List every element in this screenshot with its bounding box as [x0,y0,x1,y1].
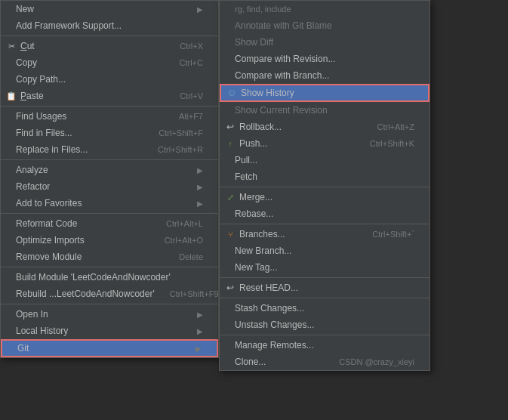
menu-item-remove-module[interactable]: Remove Module Delete [1,249,218,265]
menu-item-open-in[interactable]: Open In ▶ [1,306,218,323]
separator-6 [1,304,218,304]
merge-icon: ⤢ [224,193,236,202]
branch-icon: ⑂ [224,230,236,239]
menu-item-new[interactable]: New ▶ [1,1,218,17]
submenu-item-show-history[interactable]: ⊙ Show History [220,84,429,102]
menu-item-rebuild[interactable]: Rebuild ...LeetCodeAndNowcoder' Ctrl+Shi… [1,286,218,302]
menu-item-analyze[interactable]: Analyze ▶ [1,162,218,178]
submenu-item-compare-revision[interactable]: Compare with Revision... [220,51,429,67]
separator-3 [1,159,218,160]
submenu-item-stash[interactable]: Stash Changes... [220,300,429,317]
push-icon: ↑ [224,139,236,148]
right-separator-4 [220,298,429,298]
menu-item-find-in-files[interactable]: Find in Files... Ctrl+Shift+F [1,125,218,141]
menu-item-git[interactable]: Git ▶ [1,339,218,357]
paste-icon: 📋 [5,91,17,101]
separator-4 [1,213,218,214]
submenu-item-reset-head[interactable]: ↩ Reset HEAD... [220,279,429,296]
left-context-menu: New ▶ Add Framework Support... ✂ Cut Ctr… [0,0,219,358]
menu-item-build-module[interactable]: Build Module 'LeetCodeAndNowcoder' [1,269,218,286]
right-separator-2 [220,224,429,224]
submenu-item-merge[interactable]: ⤢ Merge... [220,189,429,205]
submenu-item-new-tag[interactable]: New Tag... [220,259,429,276]
submenu-item-rebase[interactable]: Rebase... [220,205,429,222]
menu-item-add-framework[interactable]: Add Framework Support... [1,17,218,34]
menu-item-find-usages[interactable]: Find Usages Alt+F7 [1,108,218,125]
menu-item-add-to-favorites[interactable]: Add to Favorites ▶ [1,195,218,212]
submenu-item-fetch[interactable]: Fetch [220,168,429,185]
submenu-item-show-diff[interactable]: Show Diff [220,34,429,51]
submenu-item-push[interactable]: ↑ Push... Ctrl+Shift+K [220,135,429,152]
separator-2 [1,106,218,107]
submenu-item-pull[interactable]: Pull... [220,152,429,168]
menu-item-copy[interactable]: Copy Ctrl+C [1,54,218,71]
separator-1 [1,36,218,36]
submenu-item-compare-branch[interactable]: Compare with Branch... [220,67,429,84]
menu-item-local-history[interactable]: Local History ▶ [1,323,218,339]
right-separator-5 [220,335,429,335]
submenu-item-manage-remotes[interactable]: Manage Remotes... [220,337,429,354]
submenu-item-annotate[interactable]: Annotate with Git Blame [220,17,429,34]
menu-item-cut[interactable]: ✂ Cut Ctrl+X [1,38,218,54]
right-separator-1 [220,187,429,187]
menu-item-replace-in-files[interactable]: Replace in Files... Ctrl+Shift+R [1,141,218,158]
submenu-item-show-current-revision[interactable]: Show Current Revision [220,102,429,119]
cut-icon: ✂ [5,42,17,51]
right-separator-3 [220,277,429,278]
menu-item-paste[interactable]: 📋 Paste Ctrl+V [1,88,218,104]
right-submenu: rg, find, include Annotate with Git Blam… [219,0,430,371]
submenu-item-partial: rg, find, include [220,1,429,17]
menu-item-refactor[interactable]: Refactor ▶ [1,178,218,195]
separator-5 [1,267,218,267]
submenu-item-new-branch[interactable]: New Branch... [220,242,429,259]
clock-icon: ⊙ [226,88,238,98]
submenu-item-rollback[interactable]: ↩ Rollback... Ctrl+Alt+Z [220,119,429,135]
submenu-item-clone[interactable]: Clone... CSDN @crazy_xieyi [220,354,429,370]
rollback-icon: ↩ [224,122,236,132]
menu-item-reformat-code[interactable]: Reformat Code Ctrl+Alt+L [1,215,218,232]
submenu-item-branches[interactable]: ⑂ Branches... Ctrl+Shift+` [220,226,429,242]
menu-item-copy-path[interactable]: Copy Path... [1,71,218,88]
submenu-item-unstash[interactable]: Unstash Changes... [220,317,429,333]
reset-icon: ↩ [224,283,236,293]
menu-item-optimize-imports[interactable]: Optimize Imports Ctrl+Alt+O [1,232,218,249]
